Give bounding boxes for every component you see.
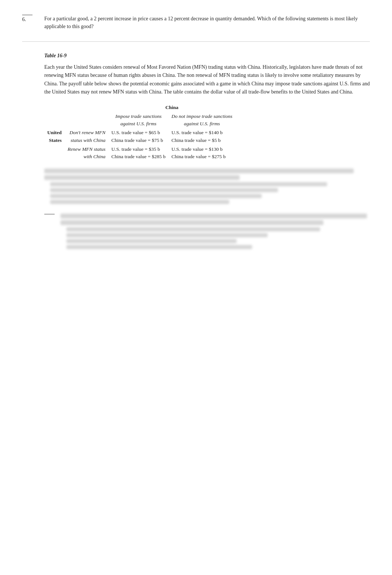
row1-col2: U.S. trade value = $140 b China trade va… bbox=[168, 128, 235, 145]
col-header-row: Impose trade sanctions against U.S. firm… bbox=[44, 112, 235, 129]
question-6-text: For a particular good, a 2 percent incre… bbox=[44, 15, 370, 30]
question-6-block: 6. For a particular good, a 2 percent in… bbox=[22, 15, 370, 30]
next-blank bbox=[44, 214, 55, 214]
separator bbox=[22, 41, 370, 42]
row2-col2: U.S. trade value = $130 b China trade va… bbox=[168, 145, 235, 161]
row1-label: Don't renew MFN status with China bbox=[65, 128, 109, 145]
row1: United States Don't renew MFN status wit… bbox=[44, 128, 235, 145]
next-question-blurred bbox=[44, 210, 370, 251]
blurred-answers bbox=[44, 169, 370, 204]
question-6-number: 6. bbox=[22, 17, 26, 23]
table-description: Each year the United States considers re… bbox=[44, 63, 370, 96]
table-section: Table 16-9 Each year the United States c… bbox=[44, 53, 370, 251]
col2-header: Do not impose trade sanctions against U.… bbox=[168, 112, 235, 129]
china-label: China bbox=[109, 103, 235, 112]
next-question-text-blurred bbox=[61, 214, 370, 249]
us-label: United States bbox=[44, 128, 65, 145]
payoff-table: China Impose trade sanctions against U.S… bbox=[44, 103, 235, 161]
row2: Renew MFN status with China U.S. trade v… bbox=[44, 145, 235, 161]
question-6-number-area: 6. bbox=[22, 15, 44, 23]
payoff-table-wrapper: China Impose trade sanctions against U.S… bbox=[44, 103, 370, 161]
row2-col1: U.S. trade value = $35 b China trade val… bbox=[109, 145, 169, 161]
china-header-row: China bbox=[44, 103, 235, 112]
row2-label: Renew MFN status with China bbox=[65, 145, 109, 161]
row1-col1: U.S. trade value = $65 b China trade val… bbox=[109, 128, 169, 145]
table-title: Table 16-9 bbox=[44, 53, 370, 59]
col1-header: Impose trade sanctions against U.S. firm… bbox=[109, 112, 169, 129]
answer-blank-6 bbox=[22, 15, 32, 15]
